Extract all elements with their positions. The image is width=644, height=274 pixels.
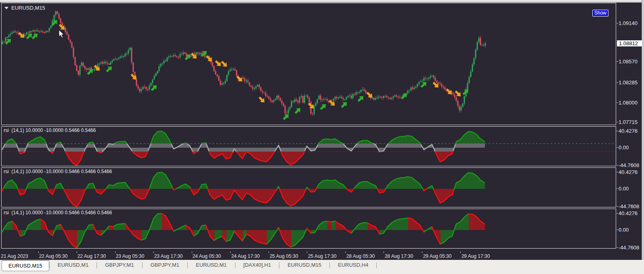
rsi-1-label: rsi (14,1) 10.0000 -10.0000 0.5466 0.546… [4,128,96,133]
time-axis-label: 22 Aug 17:30 [78,253,106,259]
time-axis-label: 22 Aug 05:30 [39,253,68,259]
rsi-histogram-y [2,144,485,152]
buy-arrow-icon [293,106,302,115]
buy-arrow-icon [30,31,40,41]
tab-eurusd-m15-active[interactable]: EURUSD,M15 [2,260,49,271]
tab--dax40-h1[interactable]: [DAX40],H1 [235,260,279,270]
time-axis-tick [345,251,346,253]
tab-eurusd-h4[interactable]: EURUSD,H4 [330,260,376,270]
sell-arrow-icon [205,54,214,63]
time-axis-label: 25 Aug 17:30 [308,253,337,259]
tab-eurusd-m1[interactable]: EURUSD,M1 [188,260,235,270]
time-axis-tick [153,251,154,253]
chart-window: EURUSD,M15 Show rsi (14,1) 10.0000 -10.0… [0,3,642,260]
rsi-pane-2[interactable]: rsi (14,1) 10.0000 -10.0000 0.5466 0.546… [1,167,616,207]
rsi-histogram-r [2,189,454,207]
time-axis-tick [115,251,115,253]
sell-arrow-icon [214,59,223,68]
rsi-pane-3[interactable]: rsi (14,1) 10.0000 -10.0000 0.5466 0.546… [1,209,616,249]
rsi-2-label: rsi (14,1) 10.0000 -10.0000 0.5466 0.546… [4,169,112,174]
toolbar-edge-strip [0,0,644,3]
sell-arrow-icon [129,72,138,82]
rsi-histogram-r [13,214,485,248]
bear-candles [4,10,484,115]
sell-arrow-icon [431,80,441,90]
buy-arrow-icon [86,67,95,76]
time-axis-label: 24 Aug 05:30 [193,253,221,259]
tab-separator [376,262,377,268]
bear-candle-bodies [4,11,484,114]
time-axis-label: 23 Aug 05:30 [116,253,145,259]
mouse-cursor-icon [59,30,64,38]
buy-arrow-icon [105,65,114,74]
chart-tab-bar: EURUSD,M15 EURUSD,M1GBPJPY,M1GBPJPY,M1EU… [0,260,644,274]
symbol-label-text: EURUSD,M15 [11,5,45,11]
time-axis-tick [422,251,422,253]
time-axis-label: 21 Aug 2023 [1,253,28,259]
sell-arrow-icon [257,95,266,105]
window-right-edge [642,0,644,260]
rsi-3-label: rsi (14,1) 10.0000 -10.0000 0.5466 0.546… [4,210,112,215]
buy-arrow-icon [356,94,365,103]
time-axis-tick [307,251,307,253]
time-axis-label: 28 Aug 17:30 [385,253,413,259]
rsi-pane-1[interactable]: rsi (14,1) 10.0000 -10.0000 0.5466 0.546… [1,126,616,166]
buy-arrow-icon [340,100,349,109]
sell-arrow-icon [445,87,454,96]
time-axis-tick [230,251,231,253]
price-pane[interactable]: EURUSD,M15 Show [1,3,616,125]
tab-eurusd-m1[interactable]: EURUSD,M1 [50,260,97,270]
time-axis-tick [77,251,77,253]
tab-gbpjpy-m1[interactable]: GBPJPY,M1 [97,260,142,270]
chevron-down-icon[interactable] [4,7,8,9]
symbol-label: EURUSD,M15 [4,5,45,11]
buy-arrow-icon [319,102,328,111]
rsi-cap-g [3,172,485,190]
rsi-histogram-g [2,213,468,247]
time-axis-label: 29 Aug 05:30 [423,253,452,259]
time-axis-tick [460,251,461,253]
sell-arrow-icon [327,98,337,108]
tab-gbpjpy-m1[interactable]: GBPJPY,M1 [143,260,187,270]
rsi-histogram-r [20,152,452,165]
rsi-cap-g [2,213,468,248]
time-axis-tick [192,251,192,253]
time-axis-label: 24 Aug 17:30 [231,253,260,259]
time-axis-label: 29 Aug 17:30 [461,253,490,259]
rsi-cap-r [19,151,453,165]
time-axis-label: 28 Aug 05:30 [346,253,375,259]
price-chart-canvas[interactable] [2,3,616,125]
tab-eurusd-m15[interactable]: EURUSD,M15 [279,260,329,270]
show-button[interactable]: Show [592,10,608,17]
sell-arrow-icon [365,90,374,100]
rsi-histogram-g [3,172,485,189]
time-axis-tick [384,251,384,253]
time-axis-tick [269,251,269,253]
buy-arrow-icon [50,18,59,27]
time-axis-tick [38,251,39,253]
time-axis-label: 23 Aug 17:30 [154,253,183,259]
sell-arrow-icon [220,60,229,69]
time-axis-label: 25 Aug 05:30 [270,253,298,259]
